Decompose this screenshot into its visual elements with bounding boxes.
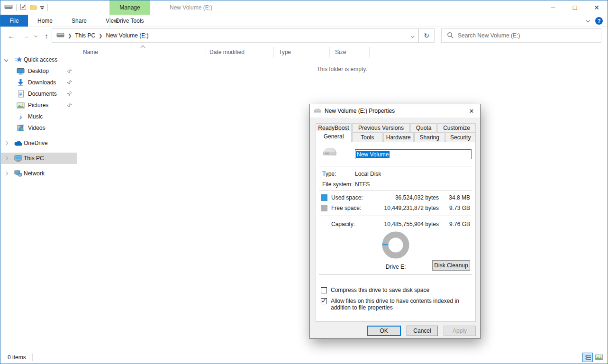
breadcrumb-this-pc[interactable]: This PC: [75, 32, 95, 39]
document-icon: [17, 90, 25, 98]
column-headers: Name Date modified Type Size: [77, 45, 607, 59]
free-space-swatch: [321, 205, 327, 211]
recent-locations-icon[interactable]: [32, 27, 39, 45]
capacity-row: Capacity: 10,485,755,904 bytes 9.76 GB: [321, 219, 470, 229]
breadcrumb-current-folder[interactable]: New Volume (E:): [106, 32, 148, 39]
status-bar: 0 items: [1, 351, 607, 363]
empty-folder-message: This folder is empty.: [77, 66, 607, 73]
monitor-icon: [17, 67, 25, 75]
search-box[interactable]: [441, 28, 601, 43]
column-header-size[interactable]: Size: [335, 49, 346, 55]
forward-button[interactable]: →: [19, 27, 32, 45]
chevron-expanded-icon[interactable]: [4, 58, 8, 62]
type-row: Type: Local Disk: [322, 171, 471, 180]
used-space-swatch: [321, 194, 327, 201]
sidebar-item-downloads[interactable]: Downloads: [1, 77, 77, 88]
chevron-collapsed-icon[interactable]: [4, 172, 8, 175]
large-icons-view-button[interactable]: [594, 353, 604, 362]
file-system-row: File system: NTFS: [322, 181, 471, 191]
dialog-title-bar: New Volume (E:) Properties ✕: [310, 104, 480, 118]
dialog-close-icon[interactable]: ✕: [463, 104, 480, 118]
help-icon[interactable]: ?: [595, 17, 603, 25]
explorer-window: Manage New Volume (E:) ─ □ ✕ File Home S…: [0, 0, 608, 364]
tab-customize[interactable]: Customize: [437, 123, 476, 132]
sidebar-item-documents[interactable]: Documents: [1, 88, 77, 100]
volume-label-input[interactable]: New Volume: [355, 149, 472, 159]
separator: [47, 4, 48, 11]
sidebar-item-music[interactable]: ♪ Music: [1, 111, 77, 122]
chevron-collapsed-icon[interactable]: [4, 156, 8, 160]
column-header-type[interactable]: Type: [279, 49, 291, 55]
tab-security[interactable]: Security: [445, 132, 476, 142]
drive-icon: [4, 4, 13, 11]
download-arrow-icon: [17, 79, 25, 87]
address-dropdown-icon[interactable]: [407, 32, 418, 39]
new-folder-icon[interactable]: [30, 4, 37, 11]
tab-file[interactable]: File: [0, 15, 28, 27]
sidebar-item-network[interactable]: Network: [1, 168, 77, 179]
network-icon: [14, 170, 22, 178]
index-contents-checkbox-row[interactable]: Allow files on this drive to have conten…: [321, 298, 473, 311]
window-title: New Volume (E:): [170, 0, 212, 15]
checkbox-checked[interactable]: [321, 298, 327, 304]
tab-previous-versions[interactable]: Previous Versions: [352, 123, 410, 132]
quick-access-toolbar: [4, 0, 48, 15]
volume-drive-icon: [323, 148, 337, 157]
film-icon: [17, 124, 25, 132]
disk-usage-donut-chart: [381, 230, 410, 261]
breadcrumb-chevron-icon: ❯: [68, 33, 72, 38]
address-bar[interactable]: ❯ This PC ❯ New Volume (E:): [52, 28, 418, 43]
customize-toolbar-icon[interactable]: [40, 6, 44, 9]
sidebar-item-this-pc[interactable]: This PC: [1, 153, 77, 164]
general-tab-page: New Volume Type: Local Disk File system:…: [316, 141, 476, 322]
properties-dialog: New Volume (E:) Properties ✕ ReadyBoost …: [309, 104, 481, 339]
column-header-name[interactable]: Name: [83, 49, 98, 55]
compress-checkbox-row[interactable]: Compress this drive to save disk space: [321, 287, 429, 293]
sidebar-item-videos[interactable]: Videos: [1, 122, 77, 134]
picture-icon: [17, 101, 25, 109]
sidebar-item-onedrive[interactable]: OneDrive: [1, 137, 77, 149]
sidebar-item-desktop[interactable]: Desktop: [1, 65, 77, 77]
tab-sharing[interactable]: Sharing: [414, 132, 445, 142]
navigation-toolbar: ← → ↑ ❯ This PC ❯ New Volume (E:) ↻: [0, 27, 608, 45]
breadcrumb-chevron-icon: ❯: [99, 33, 102, 38]
computer-icon: [14, 155, 22, 163]
ok-button[interactable]: OK: [367, 326, 401, 336]
separator: [16, 4, 17, 11]
sidebar-item-pictures[interactable]: Pictures: [1, 100, 77, 111]
drive-icon: [314, 108, 321, 114]
title-bar: Manage New Volume (E:) ─ □ ✕: [0, 0, 608, 15]
minimize-button[interactable]: ─: [542, 0, 564, 15]
tab-general[interactable]: General: [316, 131, 352, 142]
ribbon-tab-row: File Home Share View Drive Tools ?: [0, 15, 608, 27]
refresh-button[interactable]: ↻: [418, 28, 435, 43]
maximize-button[interactable]: □: [564, 0, 586, 15]
cloud-icon: [14, 139, 22, 147]
tab-share[interactable]: Share: [62, 15, 96, 27]
ribbon-collapse-icon[interactable]: [586, 18, 590, 23]
search-input[interactable]: [458, 32, 601, 39]
details-view-button[interactable]: [582, 353, 593, 362]
checkbox-unchecked[interactable]: [321, 287, 327, 293]
apply-button[interactable]: Apply: [444, 326, 476, 336]
pin-icon: [67, 80, 72, 86]
tab-home[interactable]: Home: [28, 15, 62, 27]
cancel-button[interactable]: Cancel: [407, 326, 438, 336]
sort-ascending-icon: [141, 46, 145, 50]
used-space-row: Used space: 36,524,032 bytes 34.8 MB: [321, 193, 470, 202]
tab-quota[interactable]: Quota: [410, 123, 437, 132]
pin-icon: [67, 102, 72, 109]
disk-cleanup-button[interactable]: Disk Cleanup: [432, 260, 470, 271]
properties-check-icon[interactable]: [20, 3, 27, 12]
close-button[interactable]: ✕: [586, 0, 608, 15]
tab-drive-tools[interactable]: Drive Tools: [109, 15, 150, 27]
chevron-collapsed-icon[interactable]: [4, 141, 8, 145]
up-button[interactable]: ↑: [40, 27, 53, 45]
tab-tools[interactable]: Tools: [352, 132, 383, 142]
column-header-date-modified[interactable]: Date modified: [209, 49, 245, 55]
dialog-tab-row-front: General Tools Hardware Sharing Security: [316, 132, 476, 142]
sidebar-item-quick-access[interactable]: Quick access: [1, 54, 77, 65]
pin-icon: [67, 68, 72, 75]
tab-hardware[interactable]: Hardware: [383, 132, 414, 142]
back-button[interactable]: ←: [5, 27, 18, 45]
